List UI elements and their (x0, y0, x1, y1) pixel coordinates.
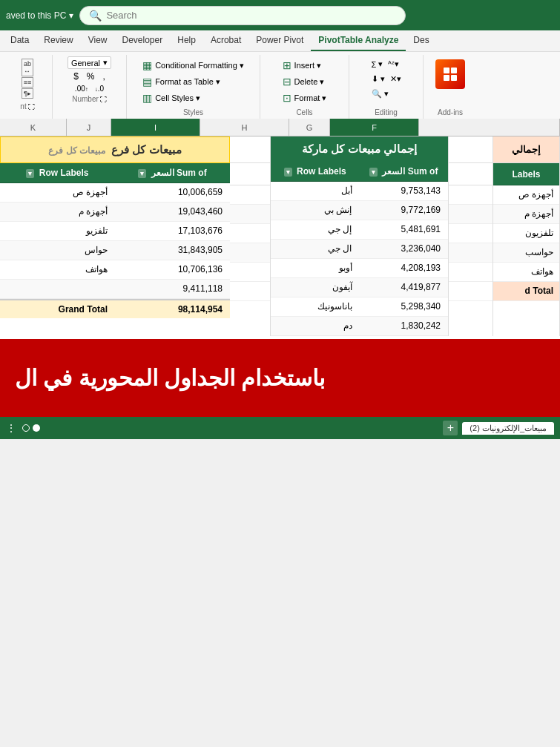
ribbon-group-number: General ▾ $ % , .00↑ ↓.0 Number ⛶ (53, 55, 127, 119)
tab-acrobat[interactable]: Acrobat (203, 30, 248, 51)
pivot-branch-row-1[interactable]: 19,043,460 أجهزة م (0, 203, 230, 222)
tab-view[interactable]: View (81, 30, 115, 51)
fill-icon: ⬇ (372, 74, 378, 84)
col-header-H[interactable]: H (200, 119, 289, 136)
number-expand-icon[interactable]: ⛶ (100, 96, 107, 103)
addin-group-label: Add-ins (438, 107, 463, 119)
addin-icon[interactable] (435, 59, 465, 89)
tab-review[interactable]: Review (36, 30, 80, 51)
pivot-brands-col2-header: Sum of السعر ▾ (360, 162, 449, 182)
brand-label-7: دم (271, 317, 360, 335)
search-box[interactable]: 🔍 (79, 6, 406, 25)
cell-styles-button[interactable]: ▥ Cell Styles ▾ (139, 91, 247, 105)
branch-label-2: تلفزيو (0, 222, 115, 240)
pivot-brand-row-5[interactable]: 4,419,877 آيفون (271, 278, 448, 297)
ribbon-group-editing: Σ ▾ ᴬᶻ▾ ⬇▾ ✕▾ 🔍 ▾ Editing (349, 55, 424, 119)
pivot-brand-row-4[interactable]: 4,208,193 أوبو (271, 259, 448, 278)
pivot-brand-row-7[interactable]: 1,830,242 دم (271, 317, 448, 336)
pivot-brand-row-3[interactable]: 3,236,040 ال جي (271, 240, 448, 259)
summary-item-0[interactable]: أجهزة ص (493, 185, 559, 205)
column-header-row: K J I H G F (0, 119, 560, 136)
save-text: aved to this PC (6, 10, 66, 21)
percent-button[interactable]: % (84, 70, 98, 82)
col-header-F[interactable]: F (330, 119, 419, 136)
brand-value-0: 9,753,143 (360, 182, 449, 200)
pivot-brand-row-6[interactable]: 5,298,340 باناسونيك (271, 297, 448, 317)
pivot-brands-header: إجمالي مبيعات كل ماركة (271, 136, 448, 162)
format-general-label: General (71, 59, 100, 68)
format-dropdown-arrow: ▾ (103, 58, 108, 68)
summary-item-4[interactable]: هواتف (493, 263, 559, 282)
sheet-tab[interactable]: مبيعات_الإلكترونيات (2) (462, 422, 554, 435)
pivot-branch-row-2[interactable]: 17,103,676 تلفزيو (0, 222, 230, 241)
grand-total-label: Grand Total (0, 300, 115, 318)
decrease-decimal-button[interactable]: ↓.0 (93, 84, 106, 93)
search-input[interactable] (106, 10, 396, 21)
format-icon: ⊡ (283, 92, 291, 104)
pivot-brand-row-0[interactable]: 9,753,143 أبل (271, 182, 448, 201)
editing-group-label: Editing (375, 107, 398, 119)
col-header-K[interactable]: K (0, 119, 67, 136)
ellipsis-button[interactable]: ⋮ (6, 422, 16, 434)
pivot-brand-row-2[interactable]: 5,481,691 إل جي (271, 220, 448, 240)
tab-pivot-analyze[interactable]: PivotTable Analyze (311, 30, 406, 51)
tab-des[interactable]: Des (406, 30, 436, 51)
conditional-formatting-button[interactable]: ▦ Conditional Formatting ▾ (139, 58, 247, 73)
tab-power-pivot[interactable]: Power Pivot (248, 30, 311, 51)
summary-column: إجمالي Labels أجهزة ص أجهزة م تلفزيون حو… (493, 136, 560, 336)
clipboard-expand-icon[interactable]: ⛶ (28, 103, 35, 111)
plus-button[interactable]: + (443, 421, 458, 435)
pivot-brands: إجمالي مبيعات كل ماركة Sum of السعر ▾ Ro… (271, 136, 449, 336)
spacer-g (230, 136, 271, 336)
pivot-branch-row-3[interactable]: 31,843,905 حواس (0, 241, 230, 260)
ribbon-tabs: Data Review View Developer Help Acrobat … (0, 30, 560, 52)
brand-value-1: 9,772,169 (360, 201, 449, 220)
delete-label: Delete ▾ (294, 77, 325, 87)
indent-button[interactable]: ¶▸ (22, 88, 33, 99)
increase-decimal-button[interactable]: .00↑ (73, 84, 90, 93)
dollar-button[interactable]: $ (70, 70, 82, 82)
insert-icon: ⊞ (283, 59, 291, 71)
brand-label-2: إل جي (271, 220, 360, 239)
ribbon-content: ab↔ ≡≡ ¶▸ nt ⛶ General ▾ $ % , .00↑ (0, 52, 560, 119)
col-header-I[interactable]: I (111, 119, 200, 136)
find-button[interactable]: 🔍 ▾ (369, 88, 404, 100)
delete-button[interactable]: ⊟ Delete ▾ (278, 74, 332, 89)
format-as-table-button[interactable]: ▤ Format as Table ▾ (139, 74, 247, 89)
brand-value-2: 5,481,691 (360, 220, 449, 239)
pivot-brand-row-1[interactable]: 9,772,169 إنش بي (271, 201, 448, 220)
brand-value-6: 5,298,340 (360, 297, 449, 316)
summary-row-label-header: Labels (493, 163, 559, 185)
fill-button[interactable]: ⬇▾ ✕▾ (369, 73, 404, 85)
tab-help[interactable]: Help (170, 30, 203, 51)
pivot-branch-row-5[interactable]: 9,411,118 (0, 280, 230, 299)
summary-item-1[interactable]: أجهزة م (493, 205, 559, 224)
number-format-dropdown[interactable]: General ▾ (67, 56, 111, 69)
summary-item-2[interactable]: تلفزيون (493, 224, 559, 243)
col-header-J[interactable]: J (67, 119, 111, 136)
brand-value-7: 1,830,242 (360, 317, 449, 335)
col-header-G[interactable]: G (289, 119, 330, 136)
wrap-button[interactable]: ≡≡ (22, 77, 34, 88)
format-button[interactable]: ⊡ Format ▾ (278, 91, 332, 105)
comma-button[interactable]: , (100, 70, 108, 82)
brand-value-5: 4,419,877 (360, 278, 449, 297)
clear-button[interactable]: ✕▾ (390, 74, 401, 84)
cells-group-label: Cells (296, 107, 312, 119)
pivot-brands-rows: 9,753,143 أبل 9,772,169 إنش بي 5,481,691… (271, 182, 448, 336)
insert-button[interactable]: ⊞ Insert ▾ (278, 58, 332, 73)
branch-value-0: 10,006,659 (115, 183, 230, 202)
summary-item-3[interactable]: حواسب (493, 243, 559, 263)
tab-data[interactable]: Data (3, 30, 36, 51)
tab-developer[interactable]: Developer (115, 30, 171, 51)
pivot-branches-rows: 10,006,659 أجهزة ص 19,043,460 أجهزة م 17… (0, 183, 230, 299)
pivot-branch-row-0[interactable]: 10,006,659 أجهزة ص (0, 183, 230, 203)
brand-label-3: ال جي (271, 240, 360, 258)
grand-total-value: 98,114,954 (115, 300, 230, 318)
branch-value-2: 17,103,676 (115, 222, 230, 240)
sort-button[interactable]: ab↔ (22, 59, 33, 76)
pivot-branch-row-4[interactable]: 10,706,136 هواتف (0, 260, 230, 280)
save-dropdown-icon[interactable]: ▾ (69, 10, 73, 21)
status-bar: مبيعات_الإلكترونيات (2) + ⋮ (0, 417, 560, 439)
sum-button[interactable]: Σ ▾ ᴬᶻ▾ (369, 58, 404, 70)
